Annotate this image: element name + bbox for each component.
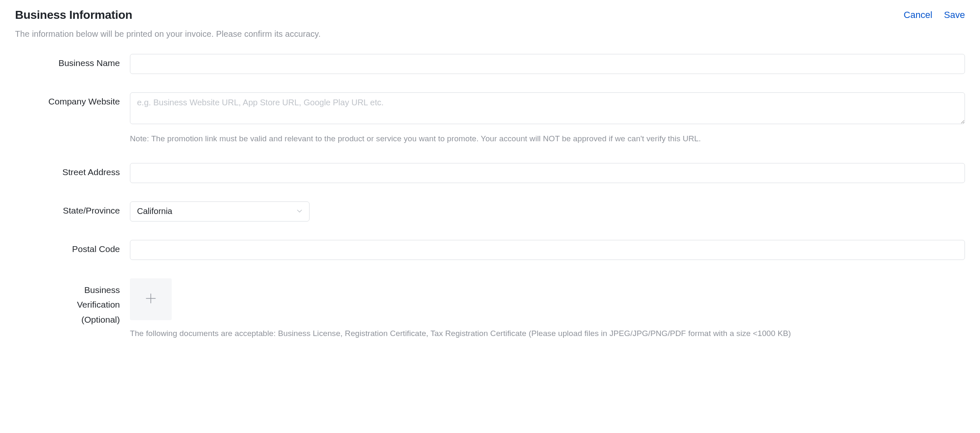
row-company-website: Company Website Note: The promotion link… bbox=[15, 92, 965, 145]
page-subtitle: The information below will be printed on… bbox=[15, 29, 965, 39]
page-title: Business Information bbox=[15, 8, 132, 22]
label-company-website: Company Website bbox=[15, 92, 130, 107]
company-website-note: Note: The promotion link must be valid a… bbox=[130, 133, 965, 145]
label-business-verification-line1: Business bbox=[84, 283, 120, 298]
header-row: Business Information Cancel Save bbox=[15, 8, 965, 22]
label-postal-code: Postal Code bbox=[15, 240, 130, 254]
business-verification-note: The following documents are acceptable: … bbox=[130, 328, 965, 339]
row-street-address: Street Address bbox=[15, 163, 965, 183]
label-business-verification-line3: (Optional) bbox=[81, 312, 120, 327]
street-address-input[interactable] bbox=[130, 163, 965, 183]
cancel-button[interactable]: Cancel bbox=[904, 10, 932, 20]
label-business-verification-line2: Verification bbox=[77, 297, 120, 312]
row-state-province: State/Province California bbox=[15, 201, 965, 222]
header-actions: Cancel Save bbox=[904, 10, 965, 20]
label-business-verification: Business Verification (Optional) bbox=[15, 283, 120, 327]
row-business-verification: Business Verification (Optional) The fol… bbox=[15, 278, 965, 339]
state-province-selected-value: California bbox=[137, 206, 172, 216]
label-state-province: State/Province bbox=[15, 201, 130, 216]
company-website-input[interactable] bbox=[130, 92, 965, 124]
label-business-name: Business Name bbox=[15, 54, 130, 68]
plus-icon bbox=[145, 292, 157, 306]
save-button[interactable]: Save bbox=[944, 10, 965, 20]
row-postal-code: Postal Code bbox=[15, 240, 965, 260]
postal-code-input[interactable] bbox=[130, 240, 965, 260]
label-street-address: Street Address bbox=[15, 163, 130, 177]
business-name-input[interactable] bbox=[130, 54, 965, 74]
upload-button[interactable] bbox=[130, 278, 172, 320]
state-province-select[interactable]: California bbox=[130, 201, 310, 222]
row-business-name: Business Name bbox=[15, 54, 965, 74]
